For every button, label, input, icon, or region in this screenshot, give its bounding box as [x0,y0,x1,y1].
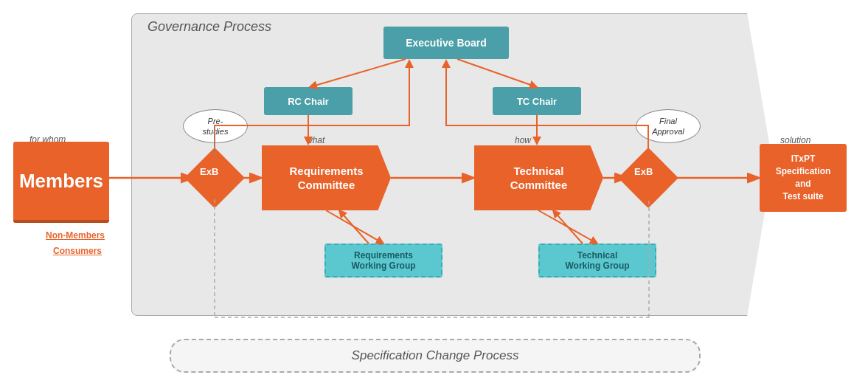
req-committee: RequirementsCommittee [262,145,391,210]
pre-studies: Pre-studies [183,109,248,143]
how-label: how [515,135,531,145]
itxpt-box: ITxPTSpecificationandTest suite [760,144,847,212]
exb-right-label: ExB [634,166,653,177]
req-working-group: RequirementsWorking Group [324,244,442,278]
exb-left-label: ExB [200,166,218,177]
spec-change-box: Specification Change Process [170,339,701,373]
tech-working-group: TechnicalWorking Group [538,244,656,278]
consumers-link[interactable]: Consumers [53,246,102,256]
members-box: Members [13,142,109,223]
exec-board: Executive Board [383,27,509,59]
tc-chair: TC Chair [493,87,581,115]
governance-label: Governance Process [147,19,271,35]
rc-chair: RC Chair [264,87,353,115]
diagram-wrapper: Governance Process Executive Board RC Ch… [0,0,868,386]
tech-committee: TechnicalCommittee [474,145,603,210]
what-label: what [306,135,324,145]
non-members-link[interactable]: Non-Members [46,230,105,241]
final-approval: FinalApproval [636,109,701,143]
